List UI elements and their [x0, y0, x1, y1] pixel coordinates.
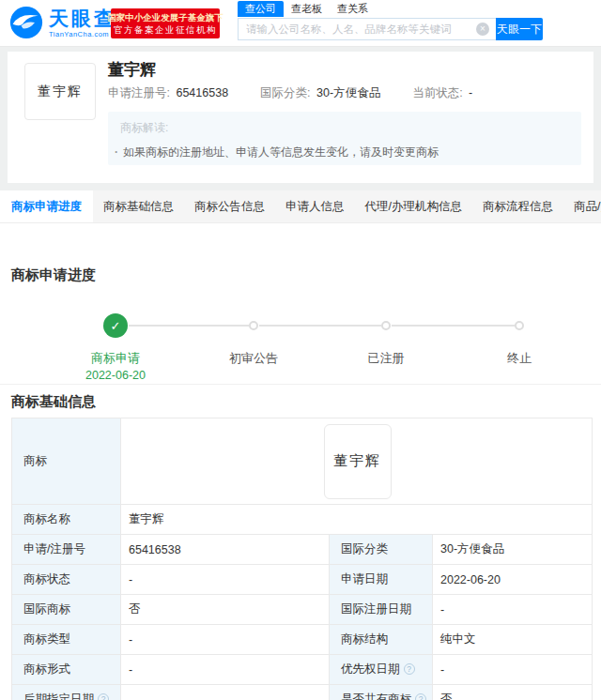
row-value: - [121, 655, 330, 685]
tab-announcement-info[interactable]: 商标公告信息 [184, 190, 275, 222]
stepper-line [129, 325, 249, 327]
row-value: - [121, 565, 330, 595]
row-value: - [433, 655, 593, 685]
application-progress-stepper: 商标申请 2022-06-20 初审公告 已注册 终止 [0, 223, 601, 392]
row-value: - [433, 595, 593, 625]
step-label-preliminary: 初审公告 [197, 350, 310, 367]
table-row: 后期指定日期 - 是否共有商标 否 [12, 685, 593, 700]
tab-process-info[interactable]: 商标流程信息 [472, 190, 563, 222]
badge-line2: 官方备案企业征信机构 [114, 23, 217, 36]
trademark-interpretation-panel: 商标解读: 如果商标的注册地址、申请人等信息发生变化，请及时变更商标 [108, 112, 581, 165]
trademark-title: 董宇辉 [108, 59, 156, 81]
basic-info-table: 商标 董宇辉 商标名称 董宇辉 申请/注册号 65416538 国际分类 30-… [11, 418, 593, 700]
row-value: 65416538 [121, 535, 330, 565]
tab-goods-services[interactable]: 商品/服务项目 [563, 190, 601, 222]
eye-logo-icon [9, 6, 43, 39]
status-value: - [469, 86, 472, 99]
table-row: 商标形式 - 优先权日期 - [12, 655, 593, 685]
step-label-application: 商标申请 [59, 350, 172, 367]
certification-badge: 国家中小企业发展子基金旗下 官方备案企业征信机构 [111, 8, 220, 38]
row-label-priority-date: 优先权日期 [330, 655, 433, 685]
tab-basic-info[interactable]: 商标基础信息 [93, 190, 184, 222]
row-value: 否 [433, 685, 593, 700]
trademark-image-small: 董宇辉 [324, 424, 392, 499]
row-label: 国际商标 [12, 595, 121, 625]
reg-number-label: 申请注册号: [108, 86, 170, 99]
trademark-name-value: 董宇辉 [121, 505, 593, 535]
row-label-trademark: 商标 [12, 418, 121, 505]
trademark-summary-card: 董宇辉 董宇辉 申请注册号: 65416538 国际分类: 30-方便食品 当前… [8, 52, 593, 183]
logo-name: 天眼查 [49, 8, 116, 30]
row-label-shared-trademark: 是否共有商标 [330, 685, 433, 700]
step-date-application: 2022-06-20 [59, 369, 172, 382]
reg-number-value: 65416538 [176, 86, 228, 99]
step-done-check-icon [103, 313, 128, 338]
help-icon[interactable] [404, 663, 415, 675]
table-row: 商标类型 - 商标结构 纯中文 [12, 625, 593, 655]
row-label: 申请/注册号 [12, 535, 121, 565]
search-tab-company[interactable]: 查公司 [238, 1, 284, 17]
row-label: 国际分类 [330, 535, 433, 565]
search-tabs: 查公司 查老板 查关系 [238, 2, 543, 17]
main-content: 商标申请进度 商标申请 2022-06-20 初审公告 已注册 终止 商标基础信… [0, 223, 601, 700]
status-label: 当前状态: [412, 86, 462, 99]
table-row: 商标状态 - 申请日期 2022-06-20 [12, 565, 593, 595]
row-value: - [121, 685, 330, 700]
section-divider [0, 384, 601, 385]
step-label-registered: 已注册 [330, 350, 442, 367]
step-pending-circle [381, 321, 391, 330]
intl-class-label: 国际分类: [260, 86, 310, 99]
tab-application-progress[interactable]: 商标申请进度 [0, 190, 93, 222]
header-search: 查公司 查老板 查关系 天眼一下 [238, 2, 543, 40]
table-row: 商标 董宇辉 [12, 418, 593, 505]
row-label: 申请日期 [330, 565, 433, 595]
row-label: 国际注册日期 [330, 595, 433, 625]
trademark-image-text: 董宇辉 [38, 84, 83, 100]
page: 天眼查 TianYanCha.com 国家中小企业发展子基金旗下 官方备案企业征… [0, 0, 601, 700]
tab-applicant-info[interactable]: 申请人信息 [275, 190, 355, 222]
step-pending-circle [515, 321, 524, 330]
site-header: 天眼查 TianYanCha.com 国家中小企业发展子基金旗下 官方备案企业征… [0, 0, 601, 47]
tab-agency-info[interactable]: 代理/办理机构信息 [355, 190, 472, 222]
step-pending-circle [249, 321, 258, 330]
stepper-line [259, 325, 381, 327]
row-label: 商标状态 [12, 565, 121, 595]
clear-icon[interactable] [476, 23, 489, 36]
search-tab-relation[interactable]: 查关系 [330, 1, 376, 17]
trademark-image: 董宇辉 [24, 63, 96, 120]
search-input[interactable] [238, 18, 496, 40]
trademark-image-cell: 董宇辉 [121, 418, 593, 505]
row-value: 30-方便食品 [433, 535, 593, 565]
step-label-terminated: 终止 [463, 350, 576, 367]
stepper-line [392, 325, 515, 327]
row-value: 否 [121, 595, 330, 625]
help-icon[interactable] [98, 693, 109, 700]
table-row: 申请/注册号 65416538 国际分类 30-方便食品 [12, 535, 593, 565]
tianyancha-logo[interactable]: 天眼查 TianYanCha.com [9, 6, 116, 39]
row-label: 商标结构 [330, 625, 433, 655]
row-label-name: 商标名称 [12, 505, 121, 535]
row-value: 纯中文 [433, 625, 593, 655]
row-value: - [121, 625, 330, 655]
search-button[interactable]: 天眼一下 [496, 18, 543, 40]
interpretation-item: 如果商标的注册地址、申请人等信息发生变化，请及时变更商标 [115, 145, 581, 160]
section-tab-bar: 商标申请进度 商标基础信息 商标公告信息 申请人信息 代理/办理机构信息 商标流… [0, 190, 601, 223]
help-icon[interactable] [415, 693, 426, 700]
basic-info-section-heading: 商标基础信息 [11, 393, 96, 411]
row-value: 2022-06-20 [433, 565, 593, 595]
trademark-meta: 申请注册号: 65416538 国际分类: 30-方便食品 当前状态: - [108, 85, 504, 101]
badge-line1: 国家中小企业发展子基金旗下 [107, 11, 223, 23]
table-row: 商标名称 董宇辉 [12, 505, 593, 535]
row-label: 商标形式 [12, 655, 121, 685]
row-label: 商标类型 [12, 625, 121, 655]
table-row: 国际商标 否 国际注册日期 - [12, 595, 593, 625]
search-tab-boss[interactable]: 查老板 [284, 1, 330, 17]
row-label-later-designation: 后期指定日期 [12, 685, 121, 700]
interpretation-title: 商标解读: [120, 120, 581, 136]
logo-domain: TianYanCha.com [49, 30, 116, 38]
intl-class-value: 30-方便食品 [316, 86, 380, 99]
